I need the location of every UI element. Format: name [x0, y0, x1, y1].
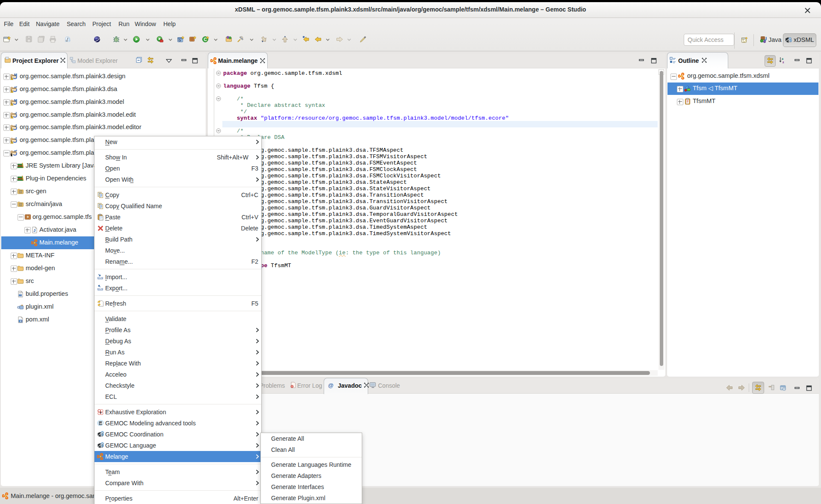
svg-text:s: s	[100, 410, 102, 414]
svg-text:C: C	[204, 37, 207, 42]
svg-text:M: M	[14, 73, 17, 77]
svg-text:z: z	[783, 60, 784, 64]
svg-text:010: 010	[19, 294, 23, 296]
svg-text:J: J	[33, 228, 35, 233]
svg-text:M: M	[20, 320, 22, 322]
svg-text:M: M	[100, 421, 103, 425]
svg-text:M: M	[14, 99, 17, 103]
svg-text:Gr: Gr	[178, 39, 182, 42]
svg-text:@: @	[328, 382, 334, 389]
